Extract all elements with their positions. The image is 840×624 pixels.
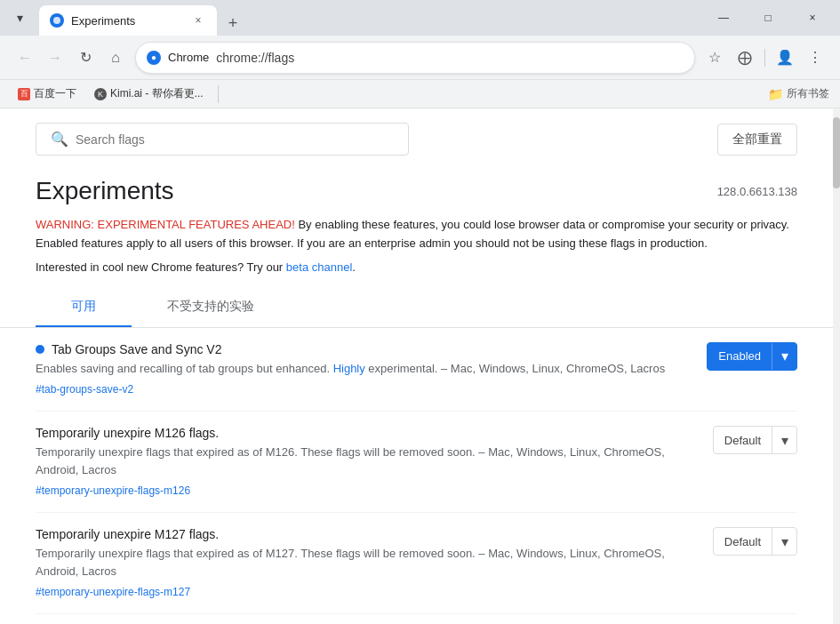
chrome-logo-icon: ● <box>151 52 156 62</box>
bookmarks-right[interactable]: 📁 所有书签 <box>768 86 829 101</box>
tab-favicon <box>50 13 64 28</box>
warning-red-text: WARNING: EXPERIMENTAL FEATURES AHEAD! <box>36 218 295 231</box>
search-icon: 🔍 <box>51 131 68 148</box>
reload-button[interactable]: ↻ <box>71 44 100 72</box>
forward-button[interactable]: → <box>41 44 69 72</box>
minimize-button[interactable]: — <box>703 4 744 32</box>
tab-title: Experiments <box>71 14 183 28</box>
flag-item: Temporarily unexpire M126 flags. Tempora… <box>36 412 797 513</box>
flag-anchor-link[interactable]: #temporary-unexpire-flags-m126 <box>36 484 190 497</box>
flag-item: Temporarily unexpire M127 flags. Tempora… <box>36 513 797 614</box>
bookmarks-bar: 百 百度一下 K Kimi.ai - 帮你看更... 📁 所有书签 <box>0 80 840 108</box>
extensions-button[interactable]: ⨁ <box>731 44 759 72</box>
kimi-favicon: K <box>94 88 107 100</box>
browser-window: ▾ Experiments × + — □ × ← → ↻ ⌂ <box>0 0 840 624</box>
toolbar: ← → ↻ ⌂ ● Chrome chrome://flags ☆ ⨁ 👤 ⋮ <box>0 36 840 80</box>
flags-list: Tab Groups Save and Sync V2 Enables savi… <box>0 328 833 615</box>
dropdown-arrow-icon: ▾ <box>772 426 796 454</box>
page-main: 🔍 全部重置 Experiments 128.0.6613.138 WARNIN… <box>0 108 833 624</box>
dropdown-label: Enabled <box>708 349 772 363</box>
flag-description: Temporarily unexpire flags that expired … <box>36 545 699 580</box>
interest-text-before: Interested in cool new Chrome features? … <box>36 260 286 274</box>
flag-control: Default ▾ <box>713 426 797 454</box>
flag-title-row: Tab Groups Save and Sync V2 <box>36 342 692 356</box>
reset-all-button[interactable]: 全部重置 <box>717 124 797 156</box>
svg-point-0 <box>53 17 60 24</box>
close-button[interactable]: × <box>792 4 833 32</box>
tabs-row: 可用 不受支持的实验 <box>0 288 833 328</box>
flag-item: Tab Groups Save and Sync V2 Enables savi… <box>36 328 797 412</box>
flag-description: Temporarily unexpire flags that expired … <box>36 444 699 478</box>
scrollbar-thumb[interactable] <box>833 117 840 188</box>
interest-text: Interested in cool new Chrome features? … <box>0 257 833 288</box>
toolbar-actions: ☆ ⨁ 👤 ⋮ <box>700 44 829 72</box>
highlight-text: Highly <box>333 362 365 375</box>
bookmark-kimi-label: Kimi.ai - 帮你看更... <box>110 86 204 101</box>
bookmark-star-button[interactable]: ☆ <box>700 44 729 72</box>
dropdown-arrow-icon: ▾ <box>772 527 796 556</box>
page-title: Experiments <box>36 177 174 205</box>
flag-info: Tab Groups Save and Sync V2 Enables savi… <box>36 342 692 397</box>
flag-anchor-link[interactable]: #temporary-unexpire-flags-m127 <box>36 586 190 598</box>
window-controls: — □ × <box>703 4 833 32</box>
flag-dropdown-enabled[interactable]: Enabled ▾ <box>707 342 797 371</box>
search-bar-container: 🔍 <box>36 123 409 156</box>
flag-dropdown-default-2[interactable]: Default ▾ <box>713 527 797 556</box>
flag-title: Tab Groups Save and Sync V2 <box>52 342 221 356</box>
flag-title: Temporarily unexpire M126 flags. <box>36 426 219 440</box>
flag-dropdown-default[interactable]: Default ▾ <box>713 426 797 454</box>
site-favicon: ● <box>147 51 161 65</box>
flag-description: Enables saving and recalling of tab grou… <box>36 360 692 378</box>
title-bar: ▾ Experiments × + — □ × <box>0 0 840 36</box>
tab-strip-expand-button[interactable]: ▾ <box>7 5 32 30</box>
toolbar-nav: ← → ↻ ⌂ <box>11 44 130 72</box>
experiments-title-row: Experiments 128.0.6613.138 <box>0 170 833 209</box>
home-button[interactable]: ⌂ <box>101 44 130 72</box>
dropdown-label: Default <box>714 434 772 447</box>
dropdown-label: Default <box>714 535 772 548</box>
back-button[interactable]: ← <box>11 44 39 72</box>
address-bar[interactable]: ● Chrome chrome://flags <box>135 42 695 74</box>
flag-control: Enabled ▾ <box>707 342 797 371</box>
interest-text-after: . <box>352 260 356 274</box>
flag-control: Default ▾ <box>713 527 797 556</box>
tab-close-button[interactable]: × <box>190 12 206 28</box>
flag-title-row: Temporarily unexpire M127 flags. <box>36 527 699 541</box>
baidu-favicon: 百 <box>18 88 30 100</box>
profile-button[interactable]: 👤 <box>771 44 799 72</box>
tab-bar: Experiments × + <box>39 0 703 36</box>
flag-info: Temporarily unexpire M127 flags. Tempora… <box>36 527 699 599</box>
url-display: chrome://flags <box>216 51 684 65</box>
new-tab-button[interactable]: + <box>220 11 245 36</box>
scrollbar[interactable] <box>833 108 840 624</box>
maximize-button[interactable]: □ <box>748 4 788 32</box>
warning-text: WARNING: EXPERIMENTAL FEATURES AHEAD! By… <box>0 209 833 257</box>
flag-enabled-dot <box>36 345 44 354</box>
tab-available[interactable]: 可用 <box>36 288 132 327</box>
search-bar-row: 🔍 全部重置 <box>0 108 833 170</box>
dropdown-arrow-icon: ▾ <box>772 342 796 371</box>
flag-title-row: Temporarily unexpire M126 flags. <box>36 426 699 440</box>
all-bookmarks-label: 所有书签 <box>787 86 829 101</box>
bookmark-baidu-label: 百度一下 <box>34 86 76 101</box>
toolbar-separator <box>764 49 765 67</box>
page-content: 🔍 全部重置 Experiments 128.0.6613.138 WARNIN… <box>0 108 840 624</box>
chrome-brand-label: Chrome <box>168 51 209 64</box>
menu-button[interactable]: ⋮ <box>801 44 829 72</box>
flag-info: Temporarily unexpire M126 flags. Tempora… <box>36 426 699 498</box>
search-input[interactable] <box>76 132 394 147</box>
active-tab[interactable]: Experiments × <box>39 5 217 36</box>
bookmarks-separator <box>218 85 219 103</box>
flag-anchor-link[interactable]: #tab-groups-save-v2 <box>36 383 133 396</box>
tab-unsupported[interactable]: 不受支持的实验 <box>132 288 290 327</box>
bookmark-kimi[interactable]: K Kimi.ai - 帮你看更... <box>87 83 211 105</box>
title-bar-left: ▾ <box>7 5 32 30</box>
beta-channel-link[interactable]: beta channel <box>286 260 352 274</box>
bookmark-baidu[interactable]: 百 百度一下 <box>11 83 84 105</box>
version-label: 128.0.6613.138 <box>717 185 797 198</box>
flag-title: Temporarily unexpire M127 flags. <box>36 527 219 541</box>
